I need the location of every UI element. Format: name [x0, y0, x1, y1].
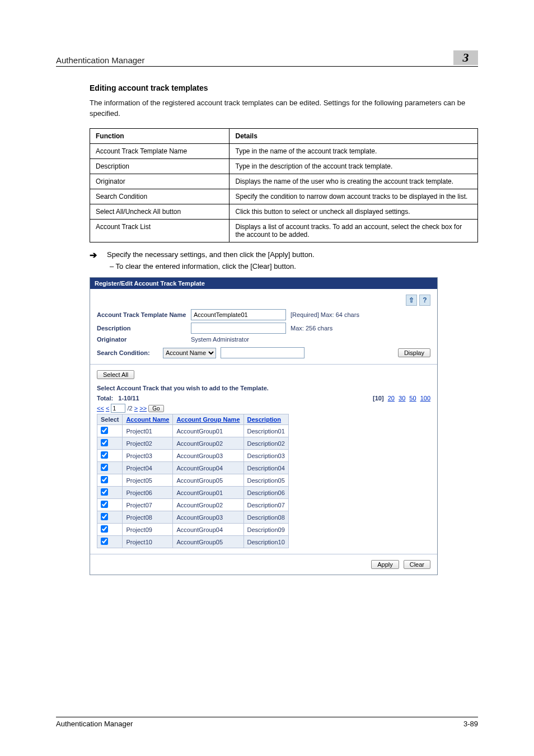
section-title: Editing account track templates [90, 83, 478, 92]
spec-c2: Displays the name of the user who is cre… [229, 174, 478, 189]
arrow-icon: ➔ [90, 250, 97, 260]
table-row: Project05AccountGroup05Description05 [97, 474, 289, 487]
row-check[interactable] [101, 439, 108, 446]
select-all-button[interactable]: Select All [97, 370, 134, 379]
spec-c2: Type in the name of the account track te… [229, 143, 478, 158]
row-check[interactable] [101, 427, 108, 434]
table-row: Project09AccountGroup04Description09 [97, 524, 289, 536]
spec-c2: Specify the condition to narrow down acc… [229, 189, 478, 204]
total-range: 1-10/11 [118, 395, 139, 402]
table-row: Project04AccountGroup04Description04 [97, 462, 289, 474]
section-body: The information of the registered accoun… [90, 98, 478, 119]
footer-right: 3-89 [463, 720, 478, 728]
spec-c2: Type in the description of the account t… [229, 158, 478, 174]
name-input[interactable] [191, 309, 286, 320]
table-row: Project06AccountGroup01Description06 [97, 487, 289, 499]
display-button[interactable]: Display [398, 348, 430, 357]
name-hint: [Required] Max: 64 chars [291, 311, 359, 318]
up-icon[interactable]: ⇧ [406, 295, 417, 306]
row-check[interactable] [101, 488, 108, 496]
panel: Register/Edit Account Track Template ⇧ ?… [90, 277, 438, 575]
account-grid: Select Account Name Account Group Name D… [97, 414, 289, 548]
table-row: Project02AccountGroup02Description02 [97, 437, 289, 450]
pagesize-link[interactable]: 100 [420, 395, 430, 402]
table-row: Project03AccountGroup03Description03 [97, 450, 289, 462]
search-label: Search Condition: [97, 349, 158, 356]
pagesize-current: [10] [373, 395, 384, 402]
col-account-group[interactable]: Account Group Name [173, 414, 243, 425]
orig-value: System Administrator [191, 336, 249, 343]
apply-button[interactable]: Apply [371, 560, 399, 569]
pager-next[interactable]: > [134, 405, 138, 412]
footer-left: Authentication Manager [56, 720, 133, 728]
spec-c1: Search Condition [90, 189, 229, 204]
row-check[interactable] [101, 513, 108, 520]
row-check[interactable] [101, 464, 108, 471]
spec-table: Function Details Account Track Template … [90, 128, 478, 242]
desc-input[interactable] [191, 323, 286, 334]
pager-page-input[interactable] [111, 404, 125, 413]
pagesize-link[interactable]: 30 [399, 395, 405, 402]
panel-title: Register/Edit Account Track Template [90, 278, 437, 289]
name-label: Account Track Template Name [97, 311, 186, 318]
spec-head-function: Function [90, 128, 229, 143]
spec-c1: Select All/Uncheck All button [90, 204, 229, 219]
table-row: Project10AccountGroup05Description10 [97, 536, 289, 548]
spec-c1: Account Track List [90, 219, 229, 242]
col-select: Select [97, 414, 123, 425]
spec-head-details: Details [229, 128, 478, 143]
spec-c2: Click this button to select or uncheck a… [229, 204, 478, 219]
pager-first[interactable]: << [97, 405, 104, 412]
row-check[interactable] [101, 476, 108, 483]
pager-of: /2 [127, 405, 132, 412]
spec-c2: Displays a list of account tracks. To ad… [229, 219, 478, 242]
row-check[interactable] [101, 538, 108, 545]
header-title: Authentication Manager [56, 55, 144, 65]
pager-prev[interactable]: < [106, 405, 109, 412]
spec-c1: Description [90, 158, 229, 174]
total-label: Total: [97, 395, 113, 402]
clear-button[interactable]: Clear [404, 560, 430, 569]
instruct-main: Specify the necessary settings, and then… [107, 250, 315, 259]
table-row: Project07AccountGroup02Description07 [97, 499, 289, 511]
orig-label: Originator [97, 336, 186, 343]
chapter-badge: 3 [453, 50, 478, 65]
col-account-name[interactable]: Account Name [123, 414, 173, 425]
table-row: Project01AccountGroup01Description01 [97, 425, 289, 437]
row-check[interactable] [101, 451, 108, 459]
help-icon[interactable]: ? [419, 295, 430, 306]
instruct-sub: – To clear the entered information, clic… [110, 262, 478, 270]
desc-label: Description [97, 325, 186, 332]
pagesize-link[interactable]: 20 [388, 395, 395, 402]
row-check[interactable] [101, 501, 108, 508]
row-check[interactable] [101, 525, 108, 533]
go-button[interactable]: Go [148, 405, 163, 412]
desc-hint: Max: 256 chars [291, 325, 332, 332]
table-row: Project08AccountGroup03Description08 [97, 511, 289, 524]
pager-last[interactable]: >> [139, 405, 147, 412]
col-description[interactable]: Description [243, 414, 288, 425]
search-input[interactable] [221, 347, 305, 358]
spec-c1: Account Track Template Name [90, 143, 229, 158]
search-select[interactable]: Account Name [163, 348, 216, 358]
pagesize-link[interactable]: 50 [409, 395, 416, 402]
list-heading: Select Account Track that you wish to ad… [97, 385, 430, 391]
spec-c1: Originator [90, 174, 229, 189]
